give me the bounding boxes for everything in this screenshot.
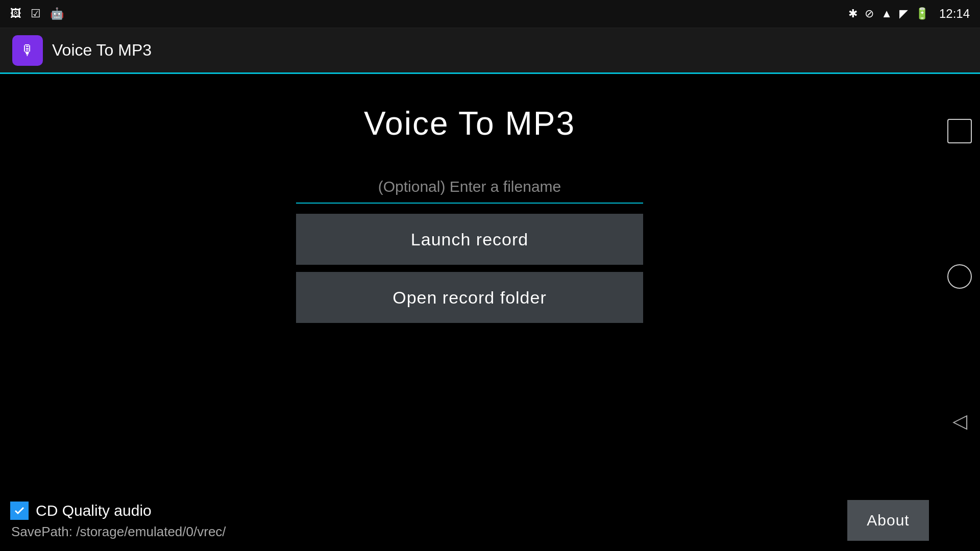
bottom-area: CD Quality audio SavePath: /storage/emul… [0, 495, 939, 551]
checkmark-icon [13, 505, 26, 517]
battery-icon: 🔋 [915, 7, 929, 20]
launch-record-button[interactable]: Launch record [296, 214, 643, 265]
mic-icon: 🎙 [20, 42, 35, 59]
filename-input[interactable] [296, 173, 643, 203]
signal-icon: ◤ [899, 7, 908, 20]
open-folder-button[interactable]: Open record folder [296, 272, 643, 323]
status-bar-left: 🖼 ☑ 🤖 [10, 7, 64, 20]
task-icon: ☑ [31, 7, 41, 20]
status-bar: 🖼 ☑ 🤖 ✱ ⊘ ▲ ◤ 🔋 12:14 [0, 0, 980, 28]
filename-input-wrapper [296, 173, 643, 204]
app-icon: 🎙 [12, 35, 43, 66]
status-time: 12:14 [939, 7, 970, 21]
cd-quality-checkbox[interactable] [10, 502, 29, 520]
status-bar-right: ✱ ⊘ ▲ ◤ 🔋 12:14 [848, 7, 970, 21]
wifi-icon: ▲ [881, 7, 892, 20]
bluetooth-icon: ✱ [848, 7, 857, 20]
nosim-icon: ⊘ [865, 7, 874, 20]
save-path: SavePath: /storage/emulated/0/vrec/ [11, 524, 226, 540]
main-content: Voice To MP3 Launch record Open record f… [0, 74, 939, 323]
about-button[interactable]: About [847, 500, 929, 541]
gallery-icon: 🖼 [10, 7, 21, 20]
page-title: Voice To MP3 [364, 105, 575, 142]
back-button[interactable]: ◁ [952, 410, 967, 432]
app-bar: 🎙 Voice To MP3 [0, 28, 980, 74]
home-button[interactable] [947, 264, 972, 289]
recents-button[interactable] [947, 119, 972, 143]
bottom-left: CD Quality audio SavePath: /storage/emul… [10, 502, 226, 540]
cd-quality-row: CD Quality audio [10, 502, 226, 520]
app-bar-title: Voice To MP3 [52, 41, 152, 60]
nav-buttons: ◁ [939, 28, 980, 523]
android-icon: 🤖 [50, 7, 64, 20]
cd-quality-label: CD Quality audio [36, 502, 152, 519]
